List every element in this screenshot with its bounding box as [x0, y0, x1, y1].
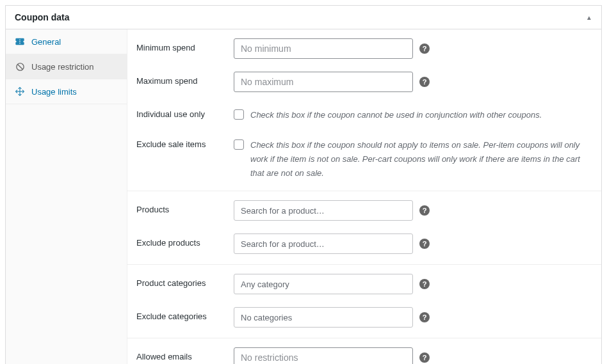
product-categories-select[interactable]: Any category [234, 274, 413, 294]
help-icon[interactable]: ? [419, 352, 430, 363]
label-minimum-spend: Minimum spend [136, 38, 234, 52]
sidebar-item-label: Usage restriction [31, 62, 94, 72]
products-placeholder: Search for a product… [241, 206, 325, 216]
sidebar-item-label: General [31, 37, 61, 47]
group-spend: Minimum spend ? Maximum spend ? Individu… [127, 29, 601, 191]
group-emails: Allowed emails ? [127, 338, 601, 364]
label-allowed-emails: Allowed emails [136, 347, 234, 361]
field-products: Products Search for a product… ? [136, 200, 592, 221]
field-individual-use: Individual use only Check this box if th… [136, 105, 592, 122]
content: Minimum spend ? Maximum spend ? Individu… [127, 29, 601, 364]
exclude-products-placeholder: Search for a product… [241, 239, 325, 249]
exclude-products-select[interactable]: Search for a product… [234, 233, 413, 254]
help-icon[interactable]: ? [419, 279, 430, 289]
label-exclude-products: Exclude products [136, 233, 234, 248]
individual-use-checkbox[interactable] [234, 109, 244, 120]
svg-line-1 [17, 64, 22, 69]
field-product-categories: Product categories Any category ? [136, 274, 592, 294]
group-categories: Product categories Any category ? Exclud… [127, 265, 601, 338]
sidebar-item-usage-limits[interactable]: Usage limits [6, 79, 127, 104]
sidebar-item-general[interactable]: General [6, 29, 127, 54]
expand-icon [15, 86, 25, 97]
products-select[interactable]: Search for a product… [234, 200, 413, 221]
maximum-spend-input[interactable] [234, 72, 413, 92]
help-icon[interactable]: ? [419, 205, 430, 216]
label-maximum-spend: Maximum spend [136, 72, 234, 86]
exclude-categories-select[interactable]: No categories [234, 307, 413, 328]
ticket-icon [15, 36, 25, 47]
label-products: Products [136, 200, 234, 214]
panel-body: General Usage restriction Usage limits M… [6, 29, 601, 364]
minimum-spend-input[interactable] [234, 38, 413, 59]
collapse-icon[interactable]: ▲ [586, 14, 592, 21]
help-icon[interactable]: ? [419, 77, 430, 87]
help-icon[interactable]: ? [419, 312, 430, 322]
group-products: Products Search for a product… ? Exclude… [127, 191, 601, 264]
field-exclude-categories: Exclude categories No categories ? [136, 307, 592, 328]
field-allowed-emails: Allowed emails ? [136, 347, 592, 364]
field-maximum-spend: Maximum spend ? [136, 72, 592, 92]
field-minimum-spend: Minimum spend ? [136, 38, 592, 59]
field-exclude-sale: Exclude sale items Check this box if the… [136, 135, 592, 180]
field-exclude-products: Exclude products Search for a product… ? [136, 233, 592, 254]
panel-title: Coupon data [15, 12, 70, 22]
label-exclude-sale: Exclude sale items [136, 135, 234, 149]
product-categories-placeholder: Any category [241, 280, 289, 289]
panel-header[interactable]: Coupon data ▲ [6, 6, 601, 29]
individual-use-description: Check this box if the coupon cannot be u… [250, 108, 542, 122]
sidebar-item-label: Usage limits [31, 87, 77, 97]
sidebar: General Usage restriction Usage limits [6, 29, 127, 364]
coupon-data-panel: Coupon data ▲ General Usage restriction [5, 5, 602, 364]
allowed-emails-input[interactable] [234, 347, 413, 364]
exclude-sale-description: Check this box if the coupon should not … [250, 138, 592, 180]
label-product-categories: Product categories [136, 274, 234, 288]
exclude-sale-checkbox[interactable] [234, 139, 244, 150]
help-icon[interactable]: ? [419, 239, 430, 249]
label-exclude-categories: Exclude categories [136, 307, 234, 321]
label-individual-use: Individual use only [136, 105, 234, 119]
ban-icon [15, 61, 25, 72]
help-icon[interactable]: ? [419, 44, 430, 54]
sidebar-item-usage-restriction[interactable]: Usage restriction [6, 54, 127, 79]
exclude-categories-placeholder: No categories [241, 313, 292, 322]
